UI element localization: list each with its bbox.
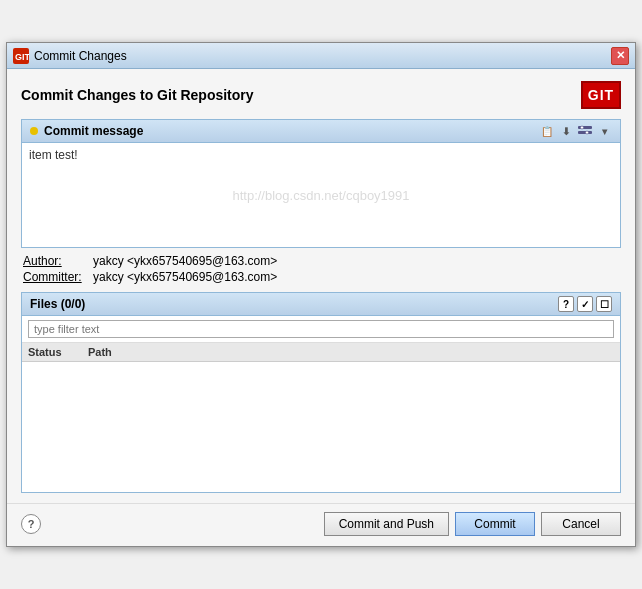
filter-input[interactable] (28, 320, 614, 338)
files-help-icon[interactable]: ? (558, 296, 574, 312)
settings-icon[interactable] (577, 123, 593, 139)
titlebar: GIT Commit Changes ✕ (7, 43, 635, 69)
svg-point-5 (586, 131, 589, 134)
svg-text:GIT: GIT (15, 52, 29, 62)
files-section: Files (0/0) ? ✓ ☐ Status Path (21, 292, 621, 493)
filter-row (22, 316, 620, 343)
files-header: Files (0/0) ? ✓ ☐ (21, 292, 621, 316)
files-check-icon[interactable]: ✓ (577, 296, 593, 312)
files-select-icon[interactable]: ☐ (596, 296, 612, 312)
commit-message-header-icons: 📋 ⬇ ▾ (539, 123, 612, 139)
dialog-footer: ? Commit and Push Commit Cancel (7, 503, 635, 546)
dialog-title: Commit Changes to Git Repository (21, 87, 254, 103)
author-label[interactable]: Author: (23, 254, 93, 268)
footer-right: Commit and Push Commit Cancel (324, 512, 621, 536)
files-body: Status Path (21, 316, 621, 493)
commit-changes-window: GIT Commit Changes ✕ Commit Changes to G… (6, 42, 636, 547)
author-row: Author: yakcy <ykx657540695@163.com> (23, 254, 619, 268)
commit-and-push-button[interactable]: Commit and Push (324, 512, 449, 536)
window-title: Commit Changes (34, 49, 127, 63)
status-dot (30, 127, 38, 135)
help-button[interactable]: ? (21, 514, 41, 534)
author-value: yakcy <ykx657540695@163.com> (93, 254, 277, 268)
committer-label[interactable]: Committer: (23, 270, 93, 284)
dialog-title-row: Commit Changes to Git Repository GIT (21, 81, 621, 109)
svg-rect-2 (578, 126, 592, 129)
footer-left: ? (21, 514, 41, 534)
svg-rect-3 (578, 131, 592, 134)
cancel-button[interactable]: Cancel (541, 512, 621, 536)
commit-message-header-left: Commit message (30, 124, 143, 138)
dialog-content: Commit Changes to Git Repository GIT Com… (7, 69, 635, 503)
commit-message-textarea[interactable]: item test! http://blog.csdn.net/cqboy199… (21, 143, 621, 248)
files-header-icons: ? ✓ ☐ (558, 296, 612, 312)
paste-icon[interactable]: 📋 (539, 123, 555, 139)
watermark: http://blog.csdn.net/cqboy1991 (232, 188, 409, 203)
commit-message-label: Commit message (44, 124, 143, 138)
git-logo: GIT (581, 81, 621, 109)
commit-message-content: item test! (29, 148, 78, 162)
table-body (22, 362, 620, 492)
titlebar-left: GIT Commit Changes (13, 48, 127, 64)
col-status: Status (28, 346, 88, 358)
commit-button[interactable]: Commit (455, 512, 535, 536)
col-path: Path (88, 346, 614, 358)
window-icon: GIT (13, 48, 29, 64)
committer-row: Committer: yakcy <ykx657540695@163.com> (23, 270, 619, 284)
author-section: Author: yakcy <ykx657540695@163.com> Com… (21, 254, 621, 284)
arrow-down-icon[interactable]: ⬇ (558, 123, 574, 139)
close-button[interactable]: ✕ (611, 47, 629, 65)
files-label: Files (0/0) (30, 297, 85, 311)
table-header: Status Path (22, 343, 620, 362)
committer-value: yakcy <ykx657540695@163.com> (93, 270, 277, 284)
commit-message-header: Commit message 📋 ⬇ ▾ (21, 119, 621, 143)
svg-point-4 (581, 126, 584, 129)
dropdown-icon[interactable]: ▾ (596, 123, 612, 139)
